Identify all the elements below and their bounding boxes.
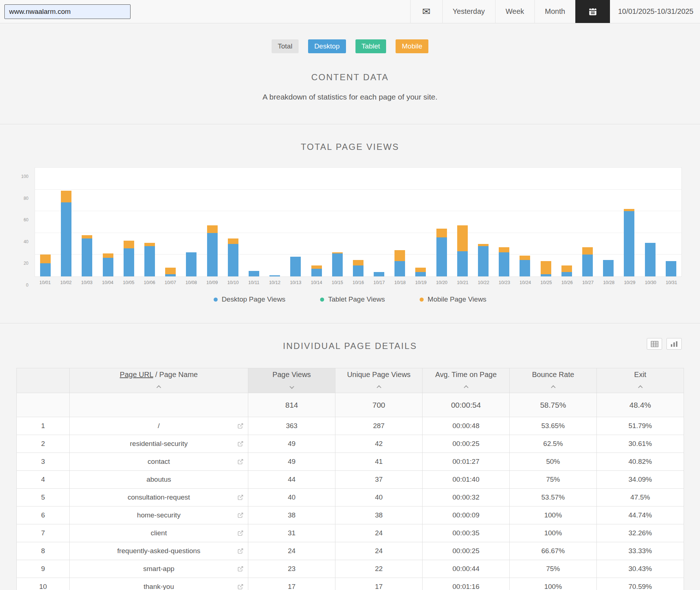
bar-group-10/29[interactable] [619,168,639,276]
tab-yesterday[interactable]: Yesterday [442,0,495,23]
sort-up-icon[interactable] [638,385,643,390]
bar-segment[interactable] [436,237,447,276]
external-link-icon[interactable] [237,441,244,447]
bar-segment[interactable] [457,225,468,252]
sort-up-icon[interactable] [156,385,161,390]
bar-group-10/19[interactable] [410,168,431,276]
sort-up-icon[interactable] [464,385,468,390]
bar-segment[interactable] [457,251,468,276]
bar-group-10/12[interactable] [264,168,285,276]
bar-segment[interactable] [561,265,572,272]
filter-desktop-button[interactable]: Desktop [308,39,346,53]
bar-segment[interactable] [144,246,155,276]
bar-group-10/22[interactable] [473,168,494,276]
bar-segment[interactable] [415,272,426,276]
bar-group-10/04[interactable] [98,168,118,276]
bar-group-10/17[interactable] [369,168,389,276]
col-header-bounce-rate[interactable]: Bounce Rate [510,368,597,393]
bar-group-10/01[interactable] [35,168,56,276]
tab-week[interactable]: Week [495,0,534,23]
bar-group-10/18[interactable] [389,168,410,276]
col-header-unique-page-views[interactable]: Unique Page Views [335,368,423,393]
external-link-icon[interactable] [237,494,244,501]
bar-group-10/02[interactable] [56,168,77,276]
bar-segment[interactable] [353,260,363,265]
sort-up-icon[interactable] [551,385,556,390]
filter-total-button[interactable]: Total [272,39,299,53]
bar-segment[interactable] [186,252,197,276]
table-view-button[interactable] [647,338,662,350]
bar-group-10/23[interactable] [494,168,514,276]
bar-group-10/30[interactable] [639,168,660,276]
bar-segment[interactable] [82,235,92,238]
col-header-avg-time[interactable]: Avg. Time on Page [423,368,510,393]
bar-group-10/31[interactable] [661,168,681,276]
external-link-icon[interactable] [237,459,244,465]
external-link-icon[interactable] [237,423,244,429]
calendar-range-button[interactable] [575,0,610,23]
email-report-button[interactable]: ✉ [410,0,442,23]
bar-segment[interactable] [499,247,509,253]
bar-segment[interactable] [666,261,676,276]
bar-group-10/05[interactable] [118,168,139,276]
date-range-label[interactable]: 10/01/2025-10/31/2025 [610,0,700,23]
bar-group-10/27[interactable] [577,168,598,276]
bar-segment[interactable] [561,272,572,276]
bar-segment[interactable] [374,272,384,276]
col-header-page-views[interactable]: Page Views [248,368,335,393]
bar-segment[interactable] [61,202,71,276]
bar-segment[interactable] [249,271,259,276]
bar-segment[interactable] [520,256,530,260]
col-header-exit[interactable]: Exit [597,368,684,393]
bar-group-10/10[interactable] [223,168,244,276]
bar-segment[interactable] [82,238,92,276]
bar-segment[interactable] [499,252,509,276]
bar-segment[interactable] [40,255,51,263]
bar-segment[interactable] [61,191,71,203]
bar-segment[interactable] [520,260,530,276]
bar-group-10/03[interactable] [77,168,97,276]
bar-segment[interactable] [228,244,238,276]
external-link-icon[interactable] [237,548,244,554]
site-url-input[interactable] [4,4,131,19]
filter-mobile-button[interactable]: Mobile [396,39,428,53]
bar-segment[interactable] [207,233,218,276]
tab-month[interactable]: Month [534,0,576,23]
page-url-sort-link[interactable]: Page URL [120,370,153,379]
external-link-icon[interactable] [237,566,244,572]
bar-segment[interactable] [290,257,301,276]
bar-segment[interactable] [103,258,113,276]
sort-down-icon[interactable] [289,384,294,389]
bar-segment[interactable] [124,241,134,248]
chart-view-button[interactable] [666,338,682,350]
bar-segment[interactable] [603,260,614,276]
bar-segment[interactable] [165,268,176,274]
bar-segment[interactable] [353,265,363,276]
bar-group-10/26[interactable] [556,168,577,276]
bar-group-10/15[interactable] [327,168,348,276]
bar-segment[interactable] [311,269,322,276]
bar-segment[interactable] [144,243,155,246]
filter-tablet-button[interactable]: Tablet [355,39,386,53]
bar-group-10/13[interactable] [285,168,306,276]
bar-group-10/11[interactable] [244,168,264,276]
bar-group-10/28[interactable] [598,168,619,276]
bar-segment[interactable] [165,274,176,276]
bar-segment[interactable] [645,243,656,276]
bar-segment[interactable] [582,255,593,276]
bar-group-10/07[interactable] [160,168,181,276]
bar-segment[interactable] [207,225,218,233]
external-link-icon[interactable] [237,512,244,519]
bar-segment[interactable] [541,261,551,274]
bar-segment[interactable] [269,275,280,276]
bar-segment[interactable] [103,253,113,258]
bar-segment[interactable] [124,248,134,276]
bar-segment[interactable] [332,253,343,276]
bar-segment[interactable] [436,229,447,237]
bar-group-10/06[interactable] [139,168,160,276]
legend-desktop[interactable]: Desktop Page Views [214,295,285,303]
bar-segment[interactable] [394,261,405,276]
bar-segment[interactable] [415,268,426,272]
bar-segment[interactable] [394,250,405,261]
bar-segment[interactable] [624,211,634,276]
